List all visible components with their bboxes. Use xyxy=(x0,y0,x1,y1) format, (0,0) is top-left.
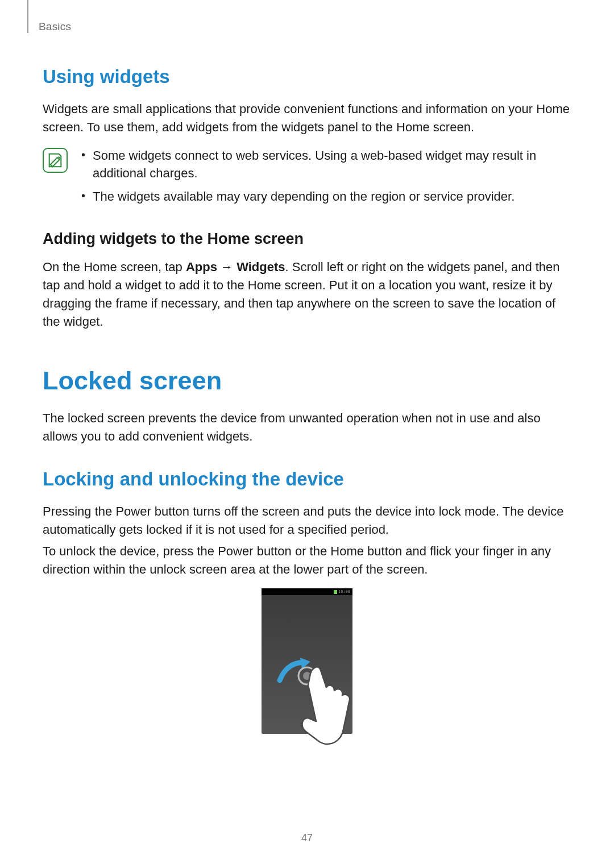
heading-locking-unlocking: Locking and unlocking the device xyxy=(43,468,571,490)
header-rule xyxy=(27,0,28,33)
heading-adding-widgets: Adding widgets to the Home screen xyxy=(43,230,571,248)
bold-apps: Apps xyxy=(186,260,217,274)
para-widgets-intro: Widgets are small applications that prov… xyxy=(43,100,571,136)
note-item: Some widgets connect to web services. Us… xyxy=(80,147,571,182)
para-lock-p2: To unlock the device, press the Power bu… xyxy=(43,542,571,579)
hand-icon xyxy=(296,657,364,753)
para-lock-p1: Pressing the Power button turns off the … xyxy=(43,502,571,539)
arrow-text: → xyxy=(217,260,237,274)
note-item: The widgets available may vary depending… xyxy=(80,188,571,205)
para-locked-intro: The locked screen prevents the device fr… xyxy=(43,409,571,446)
phone-mock: 10:00 xyxy=(262,588,352,734)
heading-locked-screen: Locked screen xyxy=(43,366,571,396)
note-block: Some widgets connect to web services. Us… xyxy=(43,147,571,211)
document-page: Basics Using widgets Widgets are small a… xyxy=(0,0,614,868)
page-number: 47 xyxy=(0,832,614,844)
content: Using widgets Widgets are small applicat… xyxy=(43,20,571,734)
status-bar: 10:00 xyxy=(262,588,352,595)
heading-using-widgets: Using widgets xyxy=(43,66,571,88)
note-icon xyxy=(43,148,68,173)
battery-icon xyxy=(334,590,337,594)
memo-icon xyxy=(47,152,64,169)
bold-widgets: Widgets xyxy=(237,260,285,274)
note-list: Some widgets connect to web services. Us… xyxy=(80,147,571,211)
para-adding-widgets: On the Home screen, tap Apps → Widgets. … xyxy=(43,258,571,331)
status-time: 10:00 xyxy=(338,589,350,594)
figure-unlock: 10:00 xyxy=(43,588,571,734)
text: On the Home screen, tap xyxy=(43,260,186,274)
breadcrumb: Basics xyxy=(39,20,71,33)
